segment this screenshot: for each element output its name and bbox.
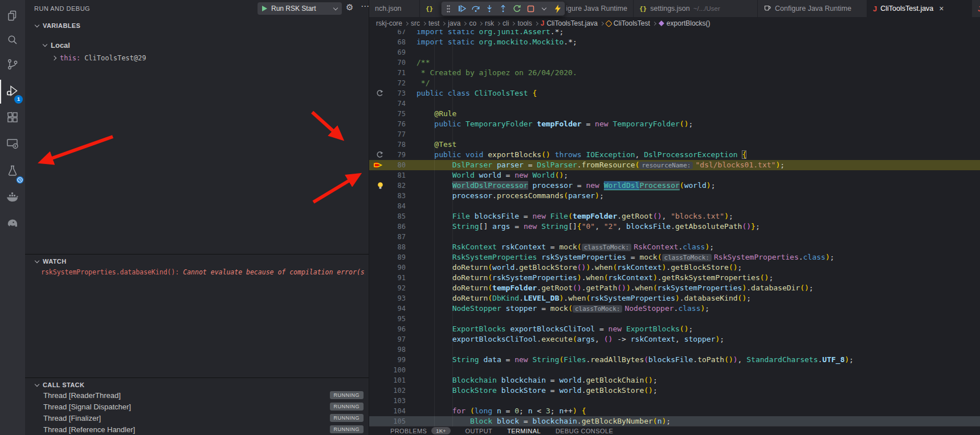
gutter-bulb-icon[interactable]	[369, 180, 385, 191]
panel-tab-debug-console[interactable]: DEBUG CONSOLE	[556, 428, 613, 434]
line-number: 105	[385, 416, 406, 426]
search-icon[interactable]	[0, 28, 25, 51]
step-over-icon[interactable]	[471, 3, 481, 14]
continue-icon[interactable]	[457, 3, 467, 14]
call-stack-thread[interactable]: Thread [ReaderThread]RUNNING	[25, 389, 369, 401]
restart-icon[interactable]	[512, 3, 522, 14]
breadcrumb-separator-icon	[652, 21, 656, 25]
panel-tab-problems[interactable]: PROBLEMS1K+	[390, 427, 451, 434]
line-text: exportBlocksCliTool.execute(args, () -> …	[406, 334, 724, 344]
remote-explorer-icon[interactable]	[0, 132, 25, 155]
line-number: 82	[385, 180, 406, 191]
breadcrumb-label: cli	[503, 19, 509, 27]
more-actions-icon[interactable]: ⋯	[361, 1, 370, 11]
gradle-icon[interactable]	[0, 212, 25, 235]
thread-name: Thread [Reference Handler]	[43, 425, 330, 434]
gear-icon[interactable]: ⚙	[346, 2, 353, 13]
start-debug-icon[interactable]	[262, 6, 267, 11]
docker-icon[interactable]	[0, 186, 25, 208]
editor-tab-settings.json[interactable]: {}settings.json~/.../User	[634, 0, 758, 17]
stop-icon[interactable]	[525, 3, 536, 14]
step-out-icon[interactable]	[498, 3, 508, 14]
java-file-icon: J	[541, 19, 545, 27]
code-line-104: 104 for (long n = 0; n < 3; n++) {	[369, 406, 980, 416]
gutter	[369, 375, 385, 385]
call-stack-thread[interactable]: Thread [Signal Dispatcher]RUNNING	[25, 401, 369, 412]
gutter	[369, 314, 385, 324]
editor-tab-clitoolstest.java[interactable]: JCliToolsTest.java×	[867, 0, 972, 17]
line-number: 96	[385, 324, 406, 334]
activity-bar: 1	[0, 0, 25, 435]
line-number: 92	[385, 283, 406, 293]
breadcrumb-separator-icon	[422, 21, 426, 25]
close-icon[interactable]: ×	[939, 4, 944, 13]
panel-tab-terminal[interactable]: TERMINAL	[507, 428, 541, 434]
breadcrumb-item[interactable]: tools	[517, 19, 532, 27]
code-line-93: 93 doReturn(DbKind.LEVEL_DB).when(rskSys…	[369, 293, 980, 303]
line-number: 99	[385, 355, 406, 365]
gutter-fold-icon[interactable]	[369, 88, 385, 99]
breadcrumb-item[interactable]: co	[469, 19, 476, 27]
gutter	[369, 416, 385, 426]
code-line-74: 74	[369, 99, 980, 109]
code-line-95: 95	[369, 314, 980, 324]
tab-label: CliToolsTest.java	[880, 5, 933, 13]
editor-tab-nch.json[interactable]: nch.json	[369, 0, 420, 17]
code-line-92: 92 doReturn(tempFolder.getRoot().getPath…	[369, 283, 980, 293]
breadcrumb-item[interactable]: rskj-core	[376, 19, 402, 27]
breadcrumb-item[interactable]: cli	[503, 19, 509, 27]
hot-code-replace-icon[interactable]	[553, 3, 563, 14]
editor-tab-configure-java-runtime[interactable]: Configure Java Runtime	[758, 0, 867, 17]
breadcrumb-item[interactable]: test	[428, 19, 439, 27]
panel-tab-output[interactable]: OUTPUT	[466, 428, 493, 434]
gutter-fold-icon[interactable]	[369, 150, 385, 160]
code-line-88: 88 RskContext rskContext = mock(classToM…	[369, 242, 980, 252]
breadcrumb-item[interactable]: src	[411, 19, 420, 27]
gutter	[369, 385, 385, 396]
source-control-icon[interactable]	[0, 53, 25, 76]
testing-icon[interactable]	[0, 159, 25, 182]
run-and-debug-icon[interactable]: 1	[0, 80, 25, 102]
call-stack-thread[interactable]: Thread [Reference Handler]RUNNING	[25, 424, 369, 435]
code-editor[interactable]: 67import static org.junit.Assert.*;68imp…	[369, 30, 980, 426]
code-line-69: 69	[369, 47, 980, 58]
variables-scope-local[interactable]: Local	[25, 39, 369, 51]
breadcrumb-item[interactable]: CliToolsTest	[606, 19, 650, 27]
chevron-right-icon	[52, 56, 56, 60]
editor-tab-clipped[interactable]: J	[972, 0, 980, 17]
breadcrumb-item[interactable]: JCliToolsTest.java	[541, 19, 598, 27]
line-text: RskContext rskContext = mock(classToMock…	[406, 242, 714, 252]
variable-this[interactable]: this: CliToolsTest@29	[25, 52, 369, 64]
breadcrumb-item[interactable]: exportBlocks()	[659, 19, 710, 27]
line-text	[406, 47, 416, 58]
gutter-bp-icon[interactable]	[369, 160, 385, 170]
breadcrumb-separator-icon	[479, 21, 483, 25]
stop-menu-chevron-icon[interactable]	[539, 3, 549, 14]
watch-section-header[interactable]: WATCH	[25, 255, 369, 268]
breadcrumb-item[interactable]: rsk	[485, 19, 494, 27]
breadcrumb-separator-icon	[442, 21, 446, 25]
variables-section-header[interactable]: VARIABLES	[25, 19, 369, 32]
breadcrumb-item[interactable]: java	[448, 19, 460, 27]
line-number: 71	[385, 68, 406, 78]
line-text: public void exportBlocks() throws IOExce…	[406, 150, 746, 160]
line-text: */	[406, 78, 430, 88]
breadcrumb-label: CliToolsTest.java	[546, 19, 597, 27]
run-configuration-dropdown[interactable]: Run RSK Start	[258, 2, 342, 15]
variable-value: CliToolsTest@29	[84, 54, 146, 62]
code-line-82: 82 WorldDslProcessor processor = new Wor…	[369, 180, 980, 191]
explorer-icon[interactable]	[0, 5, 25, 27]
line-number: 90	[385, 262, 406, 273]
gutter	[369, 201, 385, 211]
testing-clock-badge	[16, 176, 24, 184]
step-into-icon[interactable]	[484, 3, 495, 14]
toolbar-drag-grip[interactable]	[443, 3, 454, 14]
code-line-80: 80 DslParser parser = DslParser.fromReso…	[369, 160, 980, 170]
run-configuration-label: Run RSK Start	[271, 5, 330, 13]
call-stack-thread[interactable]: Thread [Finalizer]RUNNING	[25, 412, 369, 424]
tab-label: settings.json	[650, 5, 689, 13]
chevron-down-icon	[35, 382, 39, 387]
watch-expression-row[interactable]: rskSystemProperties.databaseKind(): Cann…	[41, 268, 365, 278]
code-line-98: 98	[369, 344, 980, 355]
extensions-icon[interactable]	[0, 106, 25, 129]
